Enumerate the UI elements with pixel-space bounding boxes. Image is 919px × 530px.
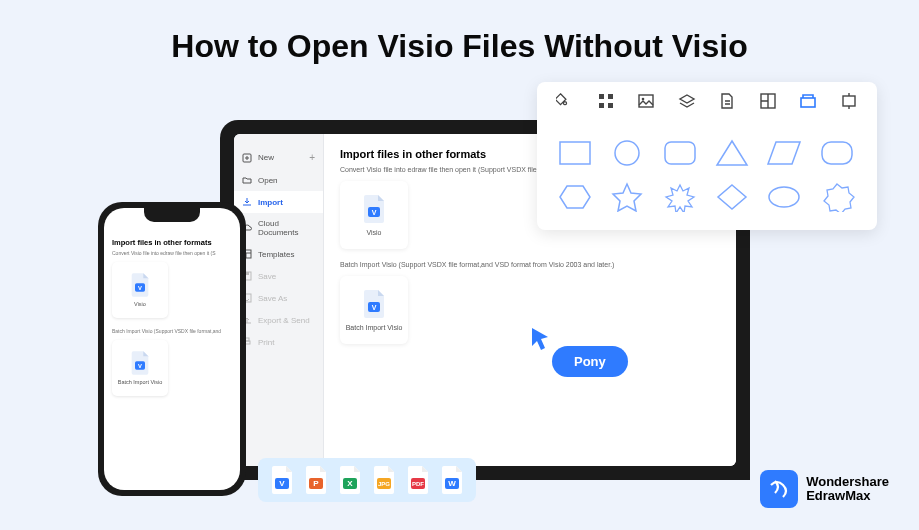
brand-line-1: Wondershare: [806, 475, 889, 489]
layers-icon[interactable]: [678, 92, 696, 110]
sidebar-item-import[interactable]: Import: [234, 191, 323, 213]
format-bar: VPXJPGPDFW: [258, 458, 476, 502]
sidebar-item-new[interactable]: New+: [234, 146, 323, 169]
svg-text:V: V: [372, 304, 377, 311]
visio-card-label: Visio: [366, 229, 381, 236]
sidebar-item-templates[interactable]: Templates: [234, 243, 323, 265]
phone-frame: Import files in other formats Convert Vi…: [98, 202, 246, 496]
phone-card-label-2: Batch Import Visio: [118, 379, 163, 385]
shape-panel: [537, 82, 877, 230]
format-x[interactable]: X: [338, 466, 362, 494]
shape-parallelogram[interactable]: [766, 138, 802, 168]
page-title: How to Open Visio Files Without Visio: [0, 0, 919, 65]
shape-star[interactable]: [609, 182, 645, 212]
sidebar-label: Import: [258, 198, 283, 207]
sidebar-label: Save: [258, 272, 276, 281]
shape-rect[interactable]: [557, 138, 593, 168]
batch-card-label: Batch Import Visio: [346, 324, 403, 331]
svg-rect-18: [608, 103, 613, 108]
sidebar-label: Cloud Documents: [258, 219, 315, 237]
svg-text:V: V: [279, 479, 285, 488]
svg-text:P: P: [313, 479, 319, 488]
phone-batch-card[interactable]: V Batch Import Visio: [112, 340, 168, 396]
svg-text:V: V: [138, 285, 142, 291]
format-w[interactable]: W: [440, 466, 464, 494]
svg-rect-23: [843, 96, 855, 106]
fill-icon[interactable]: [556, 92, 574, 110]
folder-icon: [242, 175, 252, 185]
sidebar-item-save[interactable]: Save: [234, 265, 323, 287]
shape-hexagon[interactable]: [557, 182, 593, 212]
plus-icon[interactable]: +: [309, 152, 315, 163]
phone-desc-2: Batch Import Visio (Support VSDX file fo…: [112, 328, 232, 334]
svg-text:JPG: JPG: [378, 481, 390, 487]
visio-file-icon: V: [130, 273, 150, 297]
svg-text:V: V: [372, 209, 377, 216]
shape-grid: [537, 124, 877, 230]
svg-text:X: X: [347, 479, 353, 488]
format-jpg[interactable]: JPG: [372, 466, 396, 494]
svg-text:V: V: [138, 363, 142, 369]
pony-button[interactable]: Pony: [552, 346, 628, 377]
svg-point-25: [615, 141, 639, 165]
grid-icon[interactable]: [597, 92, 615, 110]
app-sidebar: New+OpenImportCloud DocumentsTemplatesSa…: [234, 134, 324, 466]
image-icon[interactable]: [637, 92, 655, 110]
format-v[interactable]: V: [270, 466, 294, 494]
shape-circle[interactable]: [609, 138, 645, 168]
sidebar-label: Templates: [258, 250, 294, 259]
shape-roundrect[interactable]: [662, 138, 698, 168]
shape-diamond[interactable]: [714, 182, 750, 212]
shape-triangle[interactable]: [714, 138, 750, 168]
brand-text: Wondershare EdrawMax: [806, 475, 889, 504]
brand-line-2: EdrawMax: [806, 489, 889, 503]
phone-heading: Import files in other formats: [112, 238, 232, 247]
layout-icon[interactable]: [759, 92, 777, 110]
import-desc-2: Batch Import Visio (Support VSDX file fo…: [340, 261, 720, 268]
brand-block: Wondershare EdrawMax: [760, 470, 889, 508]
svg-rect-24: [560, 142, 590, 164]
shape-seal[interactable]: [819, 182, 855, 212]
page-icon[interactable]: [718, 92, 736, 110]
visio-file-icon: V: [130, 351, 150, 375]
svg-rect-17: [599, 103, 604, 108]
phone-desc-1: Convert Visio file into edraw file then …: [112, 250, 232, 256]
svg-rect-22: [801, 98, 815, 107]
sidebar-label: New: [258, 153, 274, 162]
sidebar-item-print[interactable]: Print: [234, 331, 323, 353]
sidebar-item-open[interactable]: Open: [234, 169, 323, 191]
svg-rect-26: [665, 142, 695, 164]
svg-rect-15: [599, 94, 604, 99]
phone-screen: Import files in other formats Convert Vi…: [104, 208, 240, 490]
visio-file-icon: V: [362, 290, 386, 318]
brand-logo-icon: [760, 470, 798, 508]
shape-ellipse[interactable]: [766, 182, 802, 212]
shape-roundrect2[interactable]: [819, 138, 855, 168]
svg-rect-16: [608, 94, 613, 99]
cursor-icon: [530, 326, 552, 352]
shape-toolbar: [537, 82, 877, 120]
sidebar-item-cloud-documents[interactable]: Cloud Documents: [234, 213, 323, 243]
sidebar-label: Save As: [258, 294, 287, 303]
batch-visio-card[interactable]: V Batch Import Visio: [340, 276, 408, 344]
sidebar-label: Export & Send: [258, 316, 310, 325]
format-p[interactable]: P: [304, 466, 328, 494]
phone-visio-card[interactable]: V Visio: [112, 262, 168, 318]
visio-card[interactable]: V Visio: [340, 181, 408, 249]
shape-burst[interactable]: [662, 182, 698, 212]
crop-icon[interactable]: [840, 92, 858, 110]
sidebar-label: Open: [258, 176, 278, 185]
format-pdf[interactable]: PDF: [406, 466, 430, 494]
sidebar-label: Print: [258, 338, 274, 347]
svg-rect-27: [822, 142, 852, 164]
svg-rect-19: [639, 95, 653, 107]
svg-point-20: [642, 98, 645, 101]
shapes-icon[interactable]: [799, 92, 817, 110]
visio-file-icon: V: [362, 195, 386, 223]
sidebar-item-save-as[interactable]: Save As: [234, 287, 323, 309]
plus-square-icon: [242, 153, 252, 163]
svg-text:PDF: PDF: [412, 481, 424, 487]
svg-text:W: W: [448, 479, 456, 488]
sidebar-item-export-&-send[interactable]: Export & Send: [234, 309, 323, 331]
phone-card-label-1: Visio: [134, 301, 146, 307]
